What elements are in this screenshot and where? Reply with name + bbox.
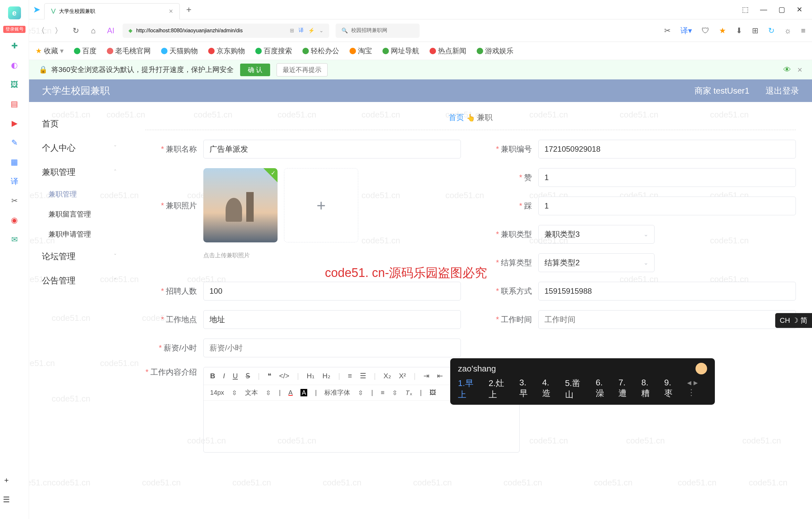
strike-icon[interactable]: S̶ xyxy=(245,372,250,380)
ime-candidate[interactable]: 4.造 xyxy=(542,378,557,400)
bookmark-item[interactable]: 游戏娱乐 xyxy=(477,46,514,56)
home-button[interactable]: ⌂ xyxy=(88,26,99,35)
login-badge[interactable]: 登录账号 xyxy=(3,26,26,33)
ul-icon[interactable]: ☰ xyxy=(360,372,366,380)
search-input[interactable]: 🔍 校园招聘兼职网 xyxy=(336,24,419,38)
dock-weibo-icon[interactable]: ◉ xyxy=(8,214,21,227)
ime-candidate[interactable]: 5.凿山 xyxy=(565,378,587,400)
window-close-icon[interactable]: ✕ xyxy=(796,5,802,14)
dropdown-icon[interactable]: ⌄ xyxy=(319,27,323,34)
fontsize-select[interactable]: 14px xyxy=(210,389,224,396)
star-icon[interactable]: ★ xyxy=(719,26,726,35)
dock-menu-icon[interactable]: ☰ xyxy=(0,493,13,506)
apps-icon[interactable]: ⊞ xyxy=(752,26,758,35)
sidebar-sub-jobmgmt[interactable]: 兼职管理 xyxy=(29,184,129,204)
ime-lang-badge[interactable]: CH ☽ 简 xyxy=(775,313,812,328)
bgcolor-icon[interactable]: A xyxy=(300,389,307,396)
jobtype-select[interactable]: 兼职类型3⌄ xyxy=(538,225,655,244)
font-select[interactable]: 标准字体 xyxy=(324,388,350,397)
dislike-input[interactable] xyxy=(538,197,796,215)
paragraph-select[interactable]: 文本 xyxy=(245,388,258,397)
dock-translate-icon[interactable]: 译 xyxy=(8,175,21,188)
location-input[interactable] xyxy=(203,310,461,329)
h2-icon[interactable]: H₂ xyxy=(322,372,330,380)
align-icon[interactable]: ≡ xyxy=(381,389,385,396)
ime-avatar-icon[interactable] xyxy=(695,363,707,374)
ime-candidate[interactable]: 9.枣 xyxy=(664,378,679,400)
dock-pdf-icon[interactable]: ▤ xyxy=(8,97,21,110)
back-button[interactable]: 〈 xyxy=(35,26,47,36)
uploaded-image[interactable]: ✓ xyxy=(203,168,278,242)
outdent-icon[interactable]: ⇤ xyxy=(437,372,443,380)
bookmark-item[interactable]: 京东购物 xyxy=(208,46,245,56)
bookmark-item[interactable]: 百度 xyxy=(74,46,96,56)
h1-icon[interactable]: H₁ xyxy=(307,372,315,380)
dock-scissors-icon[interactable]: ✂ xyxy=(8,194,21,207)
qr-icon[interactable]: ⊞ xyxy=(290,27,294,34)
ai-button[interactable]: AI xyxy=(105,26,116,35)
download-icon[interactable]: ⬇ xyxy=(736,26,742,35)
sync-icon[interactable]: ↻ xyxy=(768,26,775,35)
bookmark-item[interactable]: 热点新闻 xyxy=(430,46,466,56)
worktime-input[interactable] xyxy=(538,310,796,329)
breadcrumb-home[interactable]: 首页 xyxy=(448,113,464,122)
sidebar-item-forum[interactable]: 论坛管理ˇ xyxy=(29,244,129,268)
code-input[interactable] xyxy=(538,140,796,158)
ime-candidate[interactable]: 6.澡 xyxy=(596,378,610,400)
count-input[interactable] xyxy=(203,282,461,300)
underline-icon[interactable]: U xyxy=(233,372,238,380)
like-input[interactable] xyxy=(538,168,796,187)
confirm-button[interactable]: 确 认 xyxy=(240,64,270,76)
image-icon[interactable]: 🖼 xyxy=(430,389,436,396)
dock-doc-icon[interactable]: ▦ xyxy=(8,155,21,169)
menu-icon[interactable]: ≡ xyxy=(801,26,806,35)
editor-body[interactable] xyxy=(204,401,519,452)
textcolor-icon[interactable]: A xyxy=(289,389,293,396)
bookmark-item[interactable]: 轻松办公 xyxy=(302,46,339,56)
settle-select[interactable]: 结算类型2⌄ xyxy=(538,253,655,272)
close-icon[interactable]: × xyxy=(169,7,173,16)
notice-eye-icon[interactable]: 👁 xyxy=(783,65,791,74)
fav-label[interactable]: 收藏 xyxy=(44,46,58,56)
location-icon[interactable]: ➤ xyxy=(33,4,40,15)
bold-icon[interactable]: B xyxy=(210,372,215,380)
sidebar-item-personal[interactable]: 个人中心ˇ xyxy=(29,136,129,160)
sub-icon[interactable]: X₂ xyxy=(383,372,391,380)
contact-input[interactable] xyxy=(538,282,796,300)
salary-input[interactable] xyxy=(203,339,461,357)
window-maximize-icon[interactable]: ▢ xyxy=(778,5,785,14)
user-label[interactable]: 商家 testUser1 xyxy=(695,85,750,96)
translate-icon[interactable]: 译 xyxy=(298,27,304,34)
bookmark-item[interactable]: 网址导航 xyxy=(382,46,419,56)
reload-button[interactable]: ↻ xyxy=(70,26,81,35)
dock-mail-icon[interactable]: ✉ xyxy=(8,233,21,246)
security-icon[interactable]: 🛡 xyxy=(702,26,709,35)
dismiss-button[interactable]: 最近不再提示 xyxy=(277,63,327,77)
sidebar-item-jobmgmt[interactable]: 兼职管理ˆ xyxy=(29,160,129,184)
dock-gallery-icon[interactable]: 🖼 xyxy=(8,78,21,91)
bookmark-item[interactable]: 百度搜索 xyxy=(255,46,292,56)
url-input[interactable]: ◆ http://localhost:8080/xiaoyuanjianzhi/… xyxy=(123,24,329,38)
notice-close-icon[interactable]: × xyxy=(798,65,802,75)
italic-icon[interactable]: I xyxy=(223,372,225,380)
quote-icon[interactable]: ❝ xyxy=(267,372,271,380)
upload-add-button[interactable]: + xyxy=(284,168,358,242)
sidebar-item-home[interactable]: 首页 xyxy=(29,112,129,136)
bookmark-item[interactable]: 天猫购物 xyxy=(161,46,198,56)
cut-icon[interactable]: ✂ xyxy=(664,26,671,35)
ol-icon[interactable]: ≡ xyxy=(348,372,352,380)
ime-candidate[interactable]: 8.糟 xyxy=(641,378,656,400)
sidebar-sub-msgmgmt[interactable]: 兼职留言管理 xyxy=(29,204,129,224)
ime-candidate[interactable]: 2.灶上 xyxy=(489,378,511,400)
dock-add-icon[interactable]: + xyxy=(0,474,13,487)
dock-ai-icon[interactable]: ◐ xyxy=(8,59,21,71)
forward-button[interactable]: 〉 xyxy=(53,26,64,36)
dock-video-icon[interactable]: ▶ xyxy=(8,117,21,130)
sup-icon[interactable]: X² xyxy=(399,372,406,380)
new-tab-button[interactable]: + xyxy=(186,4,192,15)
translate-badge-icon[interactable]: 译▾ xyxy=(680,26,692,36)
flash-icon[interactable]: ⚡ xyxy=(308,27,315,34)
code-icon[interactable]: </> xyxy=(279,372,289,380)
ime-candidate[interactable]: 7.遭 xyxy=(618,378,633,400)
ime-candidate[interactable]: 3.早 xyxy=(519,378,534,400)
